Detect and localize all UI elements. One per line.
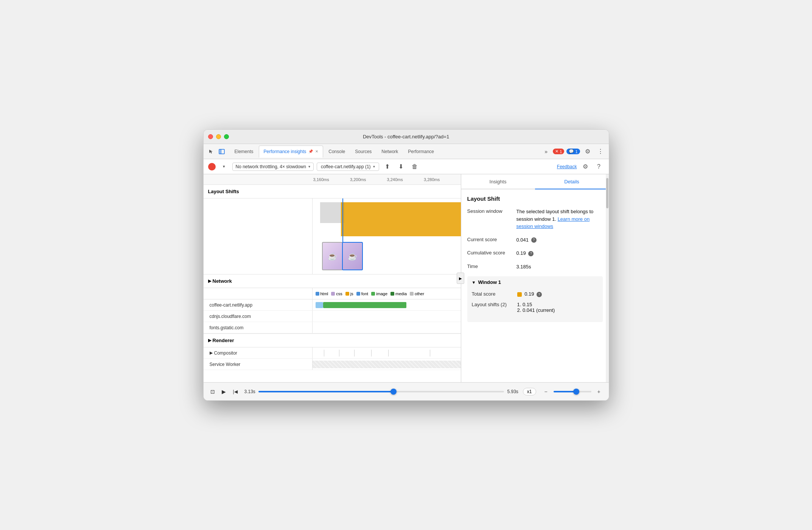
error-badge[interactable]: ✕ 1 (553, 149, 564, 154)
toolbar-help-icon[interactable]: ? (594, 161, 604, 172)
zoom-controls: − + (541, 386, 604, 397)
playback-controls: ⊡ ▶ |◀ (208, 387, 240, 396)
service-worker-timeline (313, 359, 461, 370)
window-total-score-label: Total score (472, 291, 517, 297)
detail-row-current-score: Current score 0.041 ? (467, 236, 603, 244)
network-row-2: fonts.gstatic.com (204, 322, 461, 333)
play-button[interactable]: ▶ (219, 387, 229, 396)
tab-network[interactable]: Network (377, 146, 403, 158)
feedback-link[interactable]: Feedback (557, 164, 577, 169)
scrollbar-thumb[interactable] (606, 178, 608, 208)
delete-icon[interactable]: 🗑 (409, 161, 420, 172)
window-section-content: Total score 0.19 ? Layout shifts (2) (467, 288, 603, 322)
cursor-icon[interactable] (207, 147, 216, 156)
collapse-arrow-icon: ▶ (459, 276, 462, 280)
throttle-label: No network throttling, 4× slowdown (236, 164, 306, 169)
tab-insights[interactable]: Insights (461, 174, 535, 189)
score-dot-icon (517, 292, 522, 297)
tab-elements[interactable]: Elements (230, 146, 258, 158)
media-color (390, 292, 394, 296)
zoom-slider-fill (554, 391, 576, 392)
network-bar-area-0[interactable] (313, 299, 461, 310)
other-color (410, 292, 414, 296)
close-button[interactable] (208, 134, 213, 139)
legend-image: image (371, 291, 387, 296)
js-color (345, 292, 349, 296)
legend-media: media (390, 291, 407, 296)
tab-performance-insights[interactable]: Performance insights 📌 ✕ (259, 146, 324, 158)
network-bar-area-2[interactable] (313, 322, 461, 333)
minimize-button[interactable] (216, 134, 221, 139)
scrubber-area: 3.13s 5.93s (244, 389, 518, 394)
network-section-header: ▶ Network (204, 274, 461, 288)
compositor-row: ▶ Compositor (204, 347, 461, 359)
ls-before-image[interactable]: ☕ (322, 242, 343, 270)
network-expand-icon[interactable]: ▶ (208, 279, 211, 284)
service-worker-stripe (313, 361, 461, 368)
total-score-help-icon[interactable]: ? (537, 292, 542, 297)
window-section-header[interactable]: ▼ Window 1 (467, 276, 603, 288)
right-panel-scrollbar[interactable] (606, 174, 609, 382)
window-1-section: ▼ Window 1 Total score 0.19 ? (467, 276, 603, 322)
detail-row-time: Time 3.185s (467, 263, 603, 271)
ls-after-image[interactable]: ☕ (342, 242, 363, 270)
caret-icon[interactable]: ▾ (219, 161, 229, 172)
window-total-score-row: Total score 0.19 ? (472, 291, 598, 297)
zoom-slider[interactable] (554, 391, 591, 392)
compositor-expand-icon[interactable]: ▶ (210, 350, 213, 355)
network-row-0: coffee-cart.netlify.app (204, 299, 461, 311)
more-tabs-button[interactable]: » (541, 147, 551, 156)
tabbar-right: » ✕ 1 💬 1 ⚙ ⋮ (541, 146, 605, 157)
current-score-help-icon[interactable]: ? (531, 237, 537, 243)
detail-section-title: Layout Shift (467, 195, 603, 202)
coffee-after-icon: ☕ (348, 252, 357, 261)
maximize-button[interactable] (224, 134, 229, 139)
tab-close-icon[interactable]: ✕ (315, 149, 318, 153)
toolbar-settings-icon[interactable]: ⚙ (580, 161, 591, 172)
renderer-expand-icon[interactable]: ▶ (208, 338, 211, 343)
traffic-lights (208, 134, 229, 139)
compositor-label: ▶ Compositor (204, 347, 313, 358)
layout-shifts-timeline[interactable]: ☕ ☕ (313, 198, 461, 274)
network-bar-area-1[interactable] (313, 311, 461, 322)
timeline-body[interactable]: Layout Shifts ☕ (204, 185, 461, 382)
timeline-scrubber[interactable] (258, 391, 504, 392)
collapse-panel-button[interactable]: ▶ (457, 273, 464, 284)
settings-button[interactable]: ⚙ (582, 146, 593, 157)
download-icon[interactable]: ⬇ (396, 161, 406, 172)
network-label-1: cdnjs.cloudflare.com (204, 311, 313, 322)
detail-content[interactable]: Layout Shift Session window The selected… (461, 189, 609, 382)
url-dropdown[interactable]: coffee-cart.netlify.app (1) ▾ (317, 163, 379, 171)
record-button[interactable] (208, 163, 216, 170)
cumulative-score-help-icon[interactable]: ? (528, 251, 534, 256)
layout-shifts-header: Layout Shifts (204, 185, 461, 198)
bottom-bar: ⊡ ▶ |◀ 3.13s 5.93s x1 − + (204, 382, 609, 400)
time-value: 3.185s (516, 263, 603, 271)
tab-console[interactable]: Console (324, 146, 350, 158)
detail-row-cumulative-score: Cumulative score 0.19 ? (467, 250, 603, 257)
zoom-out-button[interactable]: − (541, 386, 551, 397)
playback-speed-button[interactable]: x1 (523, 388, 536, 395)
screenshot-toggle-button[interactable]: ⊡ (208, 387, 217, 396)
session-window-label: Session window (467, 208, 516, 214)
service-worker-row: Service Worker (204, 359, 461, 370)
tabbar: Elements Performance insights 📌 ✕ Consol… (204, 144, 609, 159)
tab-details[interactable]: Details (535, 174, 609, 189)
tab-performance[interactable]: Performance (403, 146, 439, 158)
skip-to-start-button[interactable]: |◀ (231, 387, 240, 396)
url-dropdown-arrow: ▾ (373, 164, 375, 169)
window-layout-shifts-label: Layout shifts (2) (472, 302, 517, 307)
upload-icon[interactable]: ⬆ (382, 161, 393, 172)
legend-html: html (316, 291, 328, 296)
zoom-slider-thumb[interactable] (573, 389, 579, 395)
throttle-dropdown[interactable]: No network throttling, 4× slowdown ▾ (232, 163, 314, 171)
tab-sources[interactable]: Sources (350, 146, 376, 158)
comp-tick-2 (354, 350, 355, 356)
panel-icon[interactable] (217, 147, 226, 156)
slider-thumb[interactable] (390, 389, 397, 395)
message-badge[interactable]: 💬 1 (566, 149, 580, 154)
zoom-in-button[interactable]: + (594, 386, 604, 397)
window-layout-shifts-row: Layout shifts (2) 1. 0.15 2. 0.041 (curr… (472, 302, 598, 313)
more-options-button[interactable]: ⋮ (595, 146, 606, 157)
network-label-0: coffee-cart.netlify.app (204, 299, 313, 310)
